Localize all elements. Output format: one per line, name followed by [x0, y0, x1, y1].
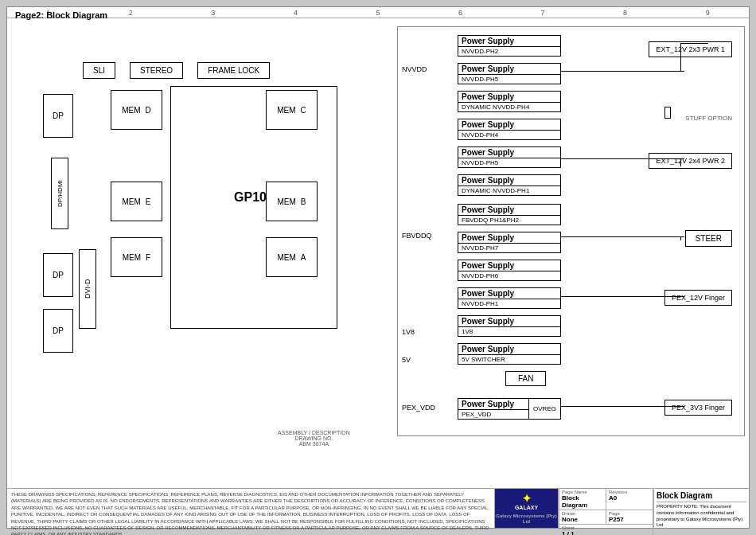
ps-9: Power Supply NVVDD-PH1 [458, 287, 561, 309]
ps-6: Power Supply FBVDDQ PH1&PH2 [458, 204, 561, 225]
sli-block: SLI [83, 62, 115, 79]
ps-0-sub: NVVDD-PH2 [458, 47, 560, 56]
frame-lock-block: FRAME LOCK [197, 62, 270, 79]
dp-box-mid: DP [43, 253, 73, 297]
ps-2-title: Power Supply [458, 92, 560, 103]
ps-2-sub: DYNAMIC NVVDD-PH4 [458, 103, 560, 111]
ps-6-title: Power Supply [458, 205, 560, 216]
fbvddq-label: FBVDDQ [402, 232, 432, 240]
drawing-no-label: DRAWING NO. [278, 435, 350, 441]
ovreg-label: OVREG [528, 399, 560, 419]
ruler-9: 9 [706, 9, 710, 17]
ps-3: Power Supply NVVDD-PH4 [458, 119, 561, 140]
page-num-cell: Page P257 [606, 510, 653, 525]
mem-c-block: MEMC [266, 90, 318, 130]
ps-10-sub: 1V8 [458, 327, 560, 336]
ps-4-title: Power Supply [458, 147, 560, 158]
ps-4: Power Supply NVVDD-PH5 [458, 146, 561, 168]
sheet-cell: Sheet 1 / 1 [559, 525, 653, 535]
mem-b-block: MEMB [266, 182, 318, 221]
ps-4-sub: NVVDD-PH5 [458, 158, 560, 167]
ps-0-title: Power Supply [458, 36, 560, 47]
company-sub: GALAXY [515, 505, 538, 511]
line-nvvdd-pwr2 [561, 158, 684, 159]
top-blocks: SLI STEREO FRAME LOCK [83, 62, 270, 79]
connector-pwr1: EXT_12V 2x3 PWR 1 [649, 41, 732, 57]
fan-box: FAN [505, 371, 546, 386]
dp-box-top: DP [43, 94, 73, 138]
ps-11: Power Supply 5V SWITCHER [458, 343, 561, 365]
line-v-pwr2 [680, 158, 681, 166]
ps-1-title: Power Supply [458, 64, 560, 75]
ruler-6: 6 [458, 9, 462, 17]
line-v-steer [680, 236, 681, 240]
line-nvvdd-pwr1 [561, 71, 684, 72]
line-steer [561, 236, 684, 237]
ps-5-sub: DYNAMIC NVVDD-PH1 [458, 186, 560, 195]
mem-f-block: MEMF [111, 237, 162, 277]
ps-8-title: Power Supply [458, 260, 560, 271]
connector-pex12v: PEX_12V Finger [664, 290, 732, 306]
drawn-by-cell: Drawn None [559, 510, 606, 525]
v5v-label: 5V [402, 356, 411, 364]
assembly-label: ASSEMBLY / DESCRIPTION [278, 430, 350, 435]
ps-12-sub: PEX_VDD [458, 410, 528, 419]
dp-box-bot: DP [43, 309, 73, 353]
ruler-7: 7 [541, 9, 545, 17]
revision-cell: Revision A0 [606, 489, 653, 510]
ps-0: Power Supply NVVDD-PH2 [458, 35, 561, 57]
pex-vdd-label: PEX_VDD [402, 404, 435, 412]
bottom-bar: THESE DRAWINGS SPECIFICATIONS, REFERENCE… [7, 488, 749, 528]
page-area: 1 2 3 4 5 6 7 8 9 Page2: Block Diagram S… [6, 6, 750, 529]
main-container: 1 2 3 4 5 6 7 8 9 Page2: Block Diagram S… [0, 0, 756, 535]
connector-pwr2: EXT_12V 2x4 PWR 2 [649, 153, 732, 169]
ps-11-sub: 5V SWITCHER [458, 355, 560, 364]
doc-title: Block Diagram [657, 491, 746, 502]
mem-d-block: MEMD [111, 90, 162, 130]
ps-11-title: Power Supply [458, 344, 560, 355]
ruler-top: 1 2 3 4 5 6 7 8 9 [7, 7, 749, 18]
line-h-pwr1 [680, 43, 708, 44]
line-v-pwr1 [680, 43, 681, 72]
dvi-box: DVI-D [79, 249, 96, 329]
right-section-border: NVVDD FBVDDQ 1V8 5V PEX_VDD Power Supply… [397, 26, 745, 436]
ruler-5: 5 [376, 9, 380, 17]
mem-e-block: MEME [111, 182, 162, 221]
ps-7-sub: NVVDD-PH7 [458, 244, 560, 252]
ps-1: Power Supply NVVDD-PH5 [458, 63, 561, 84]
page-name-cell: Page Name Block Diagram [559, 489, 606, 510]
ps-12-title: Power Supply [458, 399, 528, 410]
nvvdd-label: NVVDD [402, 65, 427, 73]
small-rect-connector [664, 107, 671, 119]
ps-7-title: Power Supply [458, 232, 560, 244]
ps-8: Power Supply NVVDD-PH6 [458, 260, 561, 281]
stuff-option: STUFF OPTION [685, 115, 732, 122]
ps-3-title: Power Supply [458, 119, 560, 131]
line-pex3v3 [561, 406, 684, 407]
galaxy-logo: ✦ GALAXY Galaxy Microsystems (Pty) Ltd [495, 489, 559, 528]
ps-5: Power Supply DYNAMIC NVVDD-PH1 [458, 174, 561, 196]
v1v8-label: 1V8 [402, 328, 415, 336]
ps-10: Power Supply 1V8 [458, 315, 561, 337]
assembly-area: ASSEMBLY / DESCRIPTION DRAWING NO. ABM 3… [278, 430, 350, 447]
line-pex12v [561, 296, 684, 297]
property-note: PROPERTY NOTE: This document contains in… [657, 504, 746, 529]
ps-12: Power Supply PEX_VDD OVREG [458, 398, 561, 420]
stereo-block: STEREO [130, 62, 183, 79]
ruler-3: 3 [211, 9, 215, 17]
ps-9-title: Power Supply [458, 288, 560, 299]
schematic-area: SLI STEREO FRAME LOCK DP DP/HDMI DVI-D D… [7, 18, 749, 488]
ps-9-sub: NVVDD-PH1 [458, 299, 560, 308]
ps-7: Power Supply NVVDD-PH7 [458, 232, 561, 253]
bottom-right-info: ✦ GALAXY Galaxy Microsystems (Pty) Ltd P… [494, 489, 749, 528]
info-table: Page Name Block Diagram Revision A0 Draw… [559, 489, 653, 528]
ps-2: Power Supply DYNAMIC NVVDD-PH4 [458, 91, 561, 112]
ruler-8: 8 [623, 9, 627, 17]
ps-10-title: Power Supply [458, 316, 560, 327]
company-name: Galaxy Microsystems (Pty) Ltd [495, 514, 558, 525]
doc-no: ABM 3874A [278, 441, 350, 447]
galaxy-star-icon: ✦ [522, 492, 532, 505]
ruler-4: 4 [294, 9, 298, 17]
connector-pex3v3: PEX_3V3 Finger [664, 400, 732, 416]
ps-1-sub: NVVDD-PH5 [458, 75, 560, 84]
